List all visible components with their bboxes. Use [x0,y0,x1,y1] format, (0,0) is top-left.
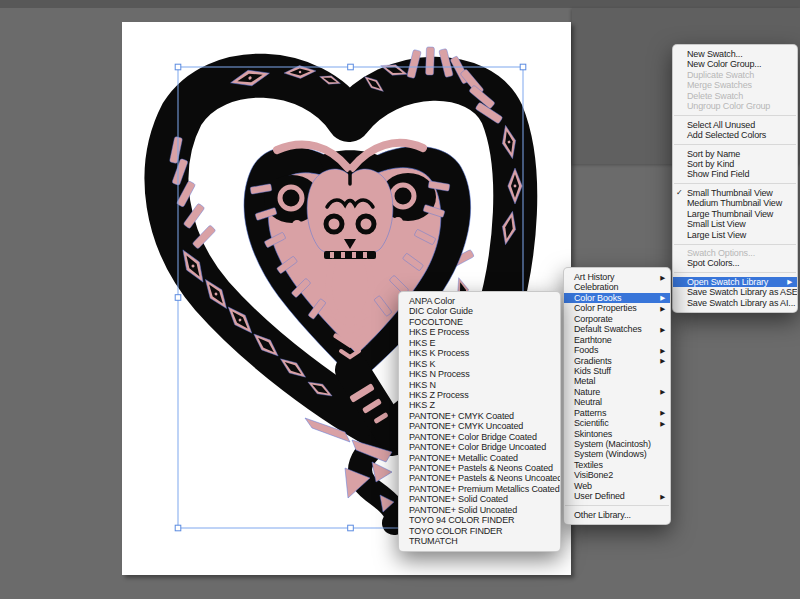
menu-item-gradients[interactable]: Gradients▶ [564,356,670,366]
menu-item-pantone-solid-uncoated[interactable]: PANTONE+ Solid Uncoated [399,505,560,515]
menu-item-user-defined[interactable]: User Defined▶ [564,491,670,501]
menu-item-label: HKS E Process [409,327,469,337]
menu-item-hks-n-process[interactable]: HKS N Process [399,369,560,379]
menu-item-color-books[interactable]: Color Books▶ [564,293,670,303]
menu-item-label: FOCOLTONE [409,317,463,327]
submenu-arrow-icon: ▶ [660,293,665,303]
menu-item-default-swatches[interactable]: Default Swatches▶ [564,324,670,334]
menu-item-foods[interactable]: Foods▶ [564,345,670,355]
menu-item-medium-thumbnail-view[interactable]: Medium Thumbnail View [673,198,797,208]
submenu-arrow-icon: ▶ [660,419,665,429]
menu-item-dic-color-guide[interactable]: DIC Color Guide [399,306,560,316]
menu-item-label: Swatch Options... [687,248,755,258]
menu-item-save-swatch-library-as-ai[interactable]: Save Swatch Library as AI... [673,298,797,308]
menu-item-label: Small List View [687,219,746,229]
menu-item-pantone-metallic-coated[interactable]: PANTONE+ Metallic Coated [399,453,560,463]
menu-item-label: HKS N [409,380,436,390]
submenu-arrow-icon: ▶ [660,346,665,356]
menu-item-add-selected-colors[interactable]: Add Selected Colors [673,130,797,140]
menu-item-show-find-field[interactable]: Show Find Field [673,169,797,179]
menu-item-hks-e[interactable]: HKS E [399,338,560,348]
menu-item-label: Other Library... [574,510,631,520]
menu-item-neutral[interactable]: Neutral [564,397,670,407]
menu-item-focoltone[interactable]: FOCOLTONE [399,317,560,327]
menu-item-sort-by-kind[interactable]: Sort by Kind [673,159,797,169]
menu-item-hks-z[interactable]: HKS Z [399,400,560,410]
menu-item-earthtone[interactable]: Earthtone [564,335,670,345]
menu-item-label: Corporate [574,314,613,324]
menu-item-label: New Swatch... [687,49,743,59]
menu-item-other-library[interactable]: Other Library... [564,510,670,520]
open-swatch-library-submenu[interactable]: Art History▶CelebrationColor Books▶Color… [563,267,671,525]
menu-item-pantone-pastels-neons-uncoated[interactable]: PANTONE+ Pastels & Neons Uncoated [399,473,560,483]
menu-item-save-swatch-library-as-ase[interactable]: Save Swatch Library as ASE... [673,287,797,297]
menu-item-label: Earthtone [574,335,612,345]
menu-item-new-color-group[interactable]: New Color Group... [673,59,797,69]
menu-item-color-properties[interactable]: Color Properties▶ [564,303,670,313]
menu-item-pantone-premium-metallics-coated[interactable]: PANTONE+ Premium Metallics Coated [399,484,560,494]
menu-item-label: PANTONE+ CMYK Coated [409,411,514,421]
menu-item-visibone2[interactable]: VisiBone2 [564,470,670,480]
menu-item-large-thumbnail-view[interactable]: Large Thumbnail View [673,209,797,219]
menu-item-pantone-cmyk-coated[interactable]: PANTONE+ CMYK Coated [399,411,560,421]
menu-item-kids-stuff[interactable]: Kids Stuff [564,366,670,376]
menu-item-scientific[interactable]: Scientific▶ [564,418,670,428]
menu-item-system-macintosh[interactable]: System (Macintosh) [564,439,670,449]
menu-item-hks-e-process[interactable]: HKS E Process [399,327,560,337]
menu-item-corporate[interactable]: Corporate [564,314,670,324]
submenu-arrow-icon: ▶ [660,387,665,397]
menu-item-toyo-94-color-finder[interactable]: TOYO 94 COLOR FINDER [399,515,560,525]
menu-item-web[interactable]: Web [564,481,670,491]
skull[interactable] [307,169,393,259]
menu-item-pantone-cmyk-uncoated[interactable]: PANTONE+ CMYK Uncoated [399,421,560,431]
menu-item-small-thumbnail-view[interactable]: ✓Small Thumbnail View [673,188,797,198]
menu-item-label: TOYO 94 COLOR FINDER [409,515,514,525]
menu-item-label: PANTONE+ Color Bridge Uncoated [409,442,546,452]
menu-item-hks-k-process[interactable]: HKS K Process [399,348,560,358]
menu-item-toyo-color-finder[interactable]: TOYO COLOR FINDER [399,526,560,536]
menu-separator [674,272,796,273]
menu-item-pantone-color-bridge-coated[interactable]: PANTONE+ Color Bridge Coated [399,432,560,442]
menu-item-select-all-unused[interactable]: Select All Unused [673,120,797,130]
menu-separator [674,244,796,245]
menu-item-hks-z-process[interactable]: HKS Z Process [399,390,560,400]
menu-item-label: New Color Group... [687,59,761,69]
menu-item-celebration[interactable]: Celebration [564,282,670,292]
submenu-arrow-icon: ▶ [787,277,792,287]
menu-item-new-swatch[interactable]: New Swatch... [673,49,797,59]
menu-item-art-history[interactable]: Art History▶ [564,272,670,282]
menu-item-patterns[interactable]: Patterns▶ [564,408,670,418]
menu-item-large-list-view[interactable]: Large List View [673,230,797,240]
menu-item-label: Default Swatches [574,324,642,334]
illustrator-canvas: { "colors": { "canvas": "#6B6B6B", "canv… [0,0,800,599]
menu-item-hks-n[interactable]: HKS N [399,380,560,390]
menu-item-label: Scientific [574,418,609,428]
menu-item-label: Celebration [574,282,618,292]
menu-item-label: System (Macintosh) [574,439,651,449]
menu-item-hks-k[interactable]: HKS K [399,359,560,369]
menu-item-sort-by-name[interactable]: Sort by Name [673,149,797,159]
color-books-submenu[interactable]: ANPA ColorDIC Color GuideFOCOLTONEHKS E … [398,291,561,552]
menu-item-small-list-view[interactable]: Small List View [673,219,797,229]
menu-item-system-windows[interactable]: System (Windows) [564,449,670,459]
menu-item-anpa-color[interactable]: ANPA Color [399,296,560,306]
menu-item-skintones[interactable]: Skintones [564,429,670,439]
menu-item-metal[interactable]: Metal [564,376,670,386]
menu-item-textiles[interactable]: Textiles [564,460,670,470]
menu-item-label: PANTONE+ Metallic Coated [409,453,518,463]
menu-item-label: Neutral [574,397,602,407]
menu-item-pantone-solid-coated[interactable]: PANTONE+ Solid Coated [399,494,560,504]
menu-item-nature[interactable]: Nature▶ [564,387,670,397]
menu-item-label: Spot Colors... [687,258,739,268]
swatches-flyout-menu[interactable]: New Swatch...New Color Group...Duplicate… [672,44,798,313]
menu-item-trumatch[interactable]: TRUMATCH [399,536,560,546]
menu-item-label: Foods [574,345,598,355]
menu-item-label: Large List View [687,230,746,240]
menu-item-spot-colors[interactable]: Spot Colors... [673,258,797,268]
menu-item-label: Sort by Kind [687,159,734,169]
menu-item-pantone-color-bridge-uncoated[interactable]: PANTONE+ Color Bridge Uncoated [399,442,560,452]
menu-item-label: Skintones [574,429,612,439]
menu-item-pantone-pastels-neons-coated[interactable]: PANTONE+ Pastels & Neons Coated [399,463,560,473]
menu-item-open-swatch-library[interactable]: Open Swatch Library▶ [673,277,797,287]
menu-item-label: User Defined [574,491,625,501]
